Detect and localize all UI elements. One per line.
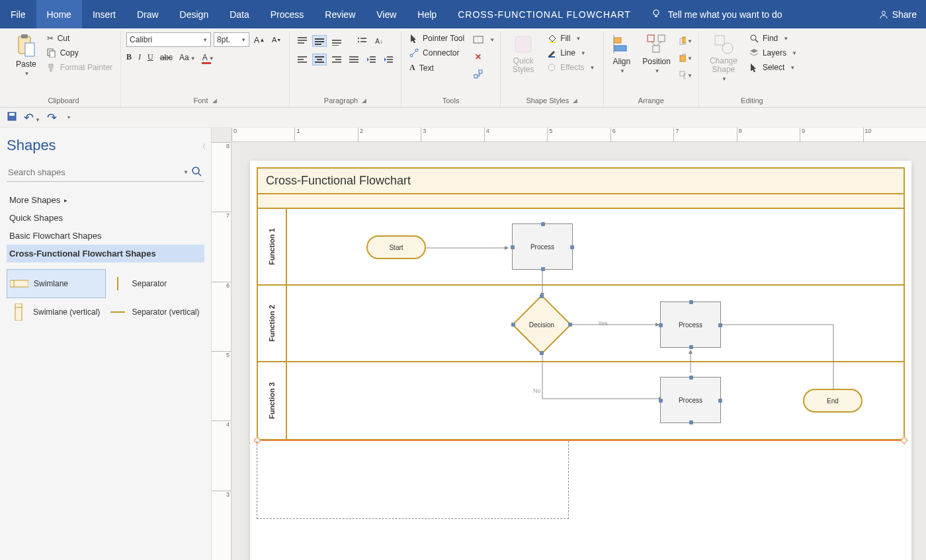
category-basic-flowchart[interactable]: Basic Flowchart Shapes — [7, 227, 204, 245]
connection-point-button[interactable] — [471, 68, 485, 80]
font-size-select[interactable]: 8pt.▼ — [214, 32, 249, 47]
align-right-button[interactable] — [329, 54, 344, 65]
qat-customize-button[interactable]: ▾ — [67, 114, 70, 120]
redo-button[interactable]: ↷ — [47, 110, 57, 125]
rectangle-tool-button[interactable] — [471, 34, 485, 46]
tab-file[interactable]: File — [0, 0, 36, 28]
change-case-button[interactable]: Aa▼ — [179, 53, 196, 62]
end-node[interactable]: End — [803, 389, 863, 413]
align-left-button[interactable] — [295, 54, 310, 65]
shrink-font-button[interactable]: A▼ — [269, 34, 284, 46]
dialog-launcher-icon[interactable]: ◢ — [362, 97, 366, 104]
position-button[interactable]: Position▼ — [638, 32, 675, 75]
connector-button[interactable]: Connector — [407, 47, 467, 59]
tell-me-search[interactable]: Tell me what you want to do — [651, 8, 782, 20]
shape-search[interactable]: ▼ — [7, 163, 204, 182]
start-node[interactable]: Start — [366, 235, 426, 259]
lane-3-label[interactable]: Function 3 — [258, 362, 287, 439]
shape-search-input[interactable] — [7, 163, 182, 181]
process-node-3[interactable]: Process — [660, 377, 721, 423]
format-painter-button[interactable]: Format Painter — [44, 61, 115, 73]
search-icon[interactable] — [189, 165, 204, 180]
increase-indent-button[interactable] — [381, 54, 396, 65]
delete-connector-button[interactable]: ✕ — [471, 51, 485, 63]
align-middle-button[interactable] — [312, 35, 327, 47]
bullets-button[interactable] — [355, 35, 369, 47]
select-button[interactable]: Select▼ — [747, 61, 800, 73]
align-center-button[interactable] — [312, 54, 327, 65]
tab-view[interactable]: View — [366, 0, 407, 28]
bold-button[interactable]: B — [126, 52, 132, 62]
category-more-shapes[interactable]: More Shapes▸ — [7, 191, 204, 209]
send-back-button[interactable]: ▼ — [679, 52, 693, 64]
layers-button[interactable]: Layers▼ — [747, 47, 800, 59]
align-top-button[interactable] — [295, 35, 310, 47]
decrease-indent-button[interactable] — [364, 54, 378, 65]
svg-rect-9 — [298, 42, 304, 44]
phase-header[interactable] — [258, 194, 904, 209]
category-quick-shapes[interactable]: Quick Shapes — [7, 209, 204, 227]
paste-button[interactable]: Paste ▼ — [12, 32, 40, 78]
line-button[interactable]: Line▼ — [544, 47, 597, 59]
undo-button[interactable]: ↶▼ — [24, 110, 40, 125]
group-button[interactable]: ▼ — [679, 69, 693, 81]
swimlane-container[interactable]: Cross-Functional Flowchart Function 1 St… — [257, 167, 905, 440]
decision-node[interactable]: Decision — [513, 296, 570, 353]
align-button[interactable]: Align▼ — [609, 32, 635, 75]
fill-button[interactable]: Fill▼ — [544, 32, 597, 44]
shape-swimlane-vertical[interactable]: Swimlane (vertical) — [7, 298, 106, 326]
underline-button[interactable]: U — [147, 52, 153, 62]
edge-label-yes[interactable]: Yes — [598, 320, 608, 327]
tab-home[interactable]: Home — [36, 0, 82, 28]
effects-button[interactable]: Effects▼ — [544, 61, 597, 73]
dialog-launcher-icon[interactable]: ◢ — [212, 97, 217, 104]
lane-1[interactable]: Function 1 Start Process — [258, 209, 904, 286]
tab-insert[interactable]: Insert — [82, 0, 126, 28]
quick-styles-button[interactable]: Quick Styles — [506, 32, 540, 75]
strikethrough-button[interactable]: abc — [160, 53, 173, 62]
grow-font-button[interactable]: A▲ — [252, 34, 267, 46]
text-tool-button[interactable]: AText — [407, 61, 467, 74]
chevron-down-icon[interactable]: ▼ — [183, 169, 189, 175]
page[interactable]: Cross-Functional Flowchart Function 1 St… — [250, 161, 911, 560]
font-color-button[interactable]: A▼ — [202, 53, 214, 62]
process-node-1[interactable]: Process — [512, 223, 573, 270]
lane-2-label[interactable]: Function 2 — [258, 286, 287, 361]
font-family-select[interactable]: Calibri▼ — [126, 32, 211, 47]
share-button[interactable]: Share — [879, 9, 917, 20]
bring-front-button[interactable]: ▼ — [679, 35, 693, 47]
collapse-pane-button[interactable]: 〈 — [199, 142, 206, 151]
text-direction-button[interactable]: A↓ — [372, 35, 386, 47]
italic-button[interactable]: I — [138, 52, 141, 62]
pointer-tool-button[interactable]: Pointer Tool — [407, 32, 467, 44]
find-button[interactable]: Find▼ — [747, 32, 800, 44]
align-justify-button[interactable] — [347, 54, 361, 65]
shape-swimlane[interactable]: Swimlane — [7, 269, 106, 298]
drawing-canvas[interactable]: 012345678910 876543 Cross-Functional Flo… — [212, 128, 926, 560]
tab-design[interactable]: Design — [169, 0, 220, 28]
tab-help[interactable]: Help — [407, 0, 447, 28]
svg-rect-29 — [349, 56, 358, 58]
align-icon — [613, 34, 630, 55]
cursor-icon — [409, 34, 419, 43]
shape-separator[interactable]: Separator — [106, 269, 205, 298]
lane-2[interactable]: Function 2 Decision Yes Process — [258, 286, 904, 362]
tab-process[interactable]: Process — [260, 0, 315, 28]
flowchart-title[interactable]: Cross-Functional Flowchart — [258, 169, 904, 194]
category-cross-functional[interactable]: Cross-Functional Flowchart Shapes — [7, 245, 204, 262]
shape-separator-vertical[interactable]: Separator (vertical) — [106, 298, 205, 326]
align-bottom-button[interactable] — [329, 35, 344, 47]
lane-3[interactable]: Function 3 No Process End — [258, 362, 904, 439]
process-node-2[interactable]: Process — [660, 301, 721, 348]
save-button[interactable] — [7, 111, 17, 124]
tab-data[interactable]: Data — [219, 0, 260, 28]
tab-draw[interactable]: Draw — [126, 0, 169, 28]
tab-review[interactable]: Review — [314, 0, 366, 28]
edge-label-no[interactable]: No — [533, 387, 541, 394]
dialog-launcher-icon[interactable]: ◢ — [573, 97, 577, 104]
lane-1-label[interactable]: Function 1 — [258, 209, 287, 284]
svg-rect-53 — [653, 46, 659, 52]
cut-button[interactable]: ✂Cut — [44, 32, 115, 44]
copy-button[interactable]: Copy — [44, 47, 115, 59]
change-shape-button[interactable]: Change Shape▼ — [704, 32, 743, 83]
